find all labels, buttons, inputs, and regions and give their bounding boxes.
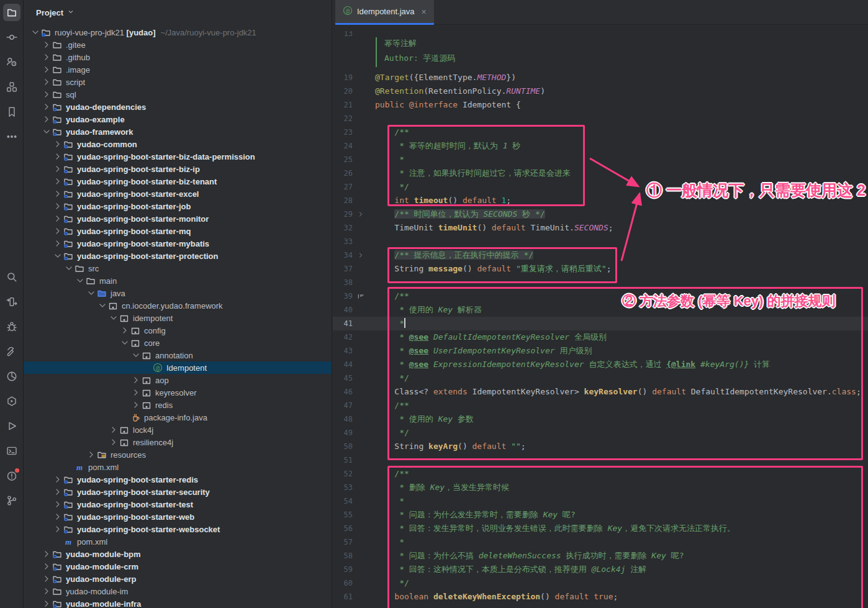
chevron-right-icon[interactable] [52,238,63,248]
code-line-text[interactable]: * 回答：发生异常时，说明业务发生错误，此时需要删除 Key，避免下次请求无法正… [368,522,868,535]
fold-arrow-icon[interactable] [354,248,368,262]
tree-item-yudao-dependencies[interactable]: yudao-dependencies [24,101,332,113]
code-line-51[interactable]: 51 [333,453,868,467]
chevron-right-icon[interactable] [52,176,63,186]
line-number[interactable]: 50 [333,440,354,453]
chevron-down-icon[interactable] [86,288,96,298]
chevron-right-icon[interactable] [52,214,63,224]
line-number[interactable]: 58 [333,549,354,563]
line-number[interactable]: 29 [333,207,354,221]
terminal-icon[interactable] [3,442,20,460]
code-line-42[interactable]: 42 * @see DefaultIdempotentKeyResolver 全… [333,330,868,344]
code-line-24[interactable]: 24 * 幂等的超时时间，默认为 1 秒 [333,139,868,153]
chevron-right-icon[interactable] [119,325,130,335]
chevron-down-icon[interactable] [119,338,130,348]
tree-item-keyresolver[interactable]: keyresolver [24,386,332,399]
tree-item-ruoyi-vue-pro-jdk21[interactable]: ruoyi-vue-pro-jdk21 [yudao]~/Java/ruoyi-… [24,26,332,39]
code-line-49[interactable]: 49 */ [333,426,868,440]
tree-item-src[interactable]: src [24,262,332,275]
chevron-right-icon[interactable] [52,201,63,211]
line-number[interactable]: 39 [333,289,354,303]
git-branch-icon[interactable] [3,492,20,509]
line-number[interactable]: 59 [333,563,354,576]
tree-item-resources[interactable]: resources [24,448,332,461]
line-number[interactable]: 46 [333,385,354,399]
tab-idempotent-java[interactable]: @ Idempotent.java × [335,0,434,25]
chevron-right-icon[interactable] [108,425,119,435]
code-line-text[interactable]: int timeout() default 1; [368,194,868,207]
tree-item-pom-xml[interactable]: mpom.xml [24,535,332,548]
chevron-down-icon[interactable] [41,127,52,137]
code-line-text[interactable]: /** [368,467,868,481]
line-number[interactable]: 21 [333,98,354,112]
line-number[interactable]: 57 [333,535,354,549]
code-line-text[interactable]: public @interface Idempotent { [368,98,868,112]
tree-item-config[interactable]: config [24,324,332,337]
code-line-text[interactable]: Class<? extends IdempotentKeyResolver> k… [368,385,868,399]
code-line-text[interactable]: * 使用的 Key 参数 [368,412,868,426]
line-number[interactable]: 51 [333,453,354,467]
code-line-text[interactable]: /** [368,289,868,303]
code-line-text[interactable]: TimeUnit timeUnit() default TimeUnit.SEC… [368,221,868,235]
chevron-right-icon[interactable] [52,139,63,149]
tree-item-yudao-spring-boot-starter-mq[interactable]: yudao-spring-boot-starter-mq [24,225,332,237]
code-line-21[interactable]: 21public @interface Idempotent { [333,98,868,112]
tree-item--gitee[interactable]: .gitee [24,39,332,51]
chevron-right-icon[interactable] [52,499,63,509]
tree-item-resilience4j[interactable]: resilience4j [24,436,332,448]
bookmarks-icon[interactable] [3,103,20,120]
tree-item-yudao-spring-boot-starter-security[interactable]: yudao-spring-boot-starter-security [24,486,332,498]
code-line-text[interactable]: * @see DefaultIdempotentKeyResolver 全局级别 [368,330,868,344]
chevron-right-icon[interactable] [52,524,63,534]
project-tool-window-header[interactable]: Project [24,0,332,25]
chevron-down-icon[interactable] [75,276,85,286]
tree-item-yudao-example[interactable]: yudao-example [24,113,332,125]
line-number[interactable]: 54 [333,494,354,508]
code-line-25[interactable]: 25 * [333,153,868,166]
code-line-text[interactable]: * @see UserIdempotentKeyResolver 用户级别 [368,344,868,358]
code-line-text[interactable]: String keyArg() default ""; [368,440,868,453]
tree-item-java[interactable]: java [24,287,332,299]
chevron-right-icon[interactable] [41,77,52,87]
code-line-text[interactable]: * 注意，如果执行时间超过它，请求还是会进来 [368,166,868,180]
code-line-text[interactable]: /** 时间单位，默认为 SECONDS 秒 */ [368,207,868,221]
code-line-48[interactable]: 48 * 使用的 Key 参数 [333,412,868,426]
chevron-right-icon[interactable] [41,114,52,124]
chevron-right-icon[interactable] [41,549,52,559]
code-line-52[interactable]: 52 /** [333,467,868,481]
tree-item-yudao-module-erp[interactable]: yudao-module-erp [24,573,332,585]
folded-comment[interactable]: /** 提示信息，正在执行中的提示 */ [394,250,533,260]
chevron-right-icon[interactable] [41,586,52,596]
tree-item-yudao-spring-boot-starter-job[interactable]: yudao-spring-boot-starter-job [24,200,332,212]
chevron-down-icon[interactable] [30,27,40,37]
tree-item-yudao-spring-boot-starter-protection[interactable]: yudao-spring-boot-starter-protection [24,250,332,262]
code-line-32[interactable]: 32 TimeUnit timeUnit() default TimeUnit.… [333,221,868,235]
tree-item-yudao-module-im[interactable]: yudao-module-im [24,585,332,597]
chevron-right-icon[interactable] [41,102,52,112]
tab-close-icon[interactable]: × [422,7,427,17]
tree-item-yudao-spring-boot-starter-monitor[interactable]: yudao-spring-boot-starter-monitor [24,212,332,225]
code-line-46[interactable]: 46 Class<? extends IdempotentKeyResolver… [333,385,868,399]
search-icon[interactable] [3,268,20,286]
tree-item-idempotent[interactable]: @Idempotent [24,361,332,374]
line-number[interactable]: 27 [333,180,354,194]
chevron-right-icon[interactable] [41,65,52,75]
line-number[interactable]: 38 [333,276,354,289]
code-line-50[interactable]: 50 String keyArg() default ""; [333,440,868,453]
chevron-right-icon[interactable] [52,512,63,522]
code-line-text[interactable]: */ [368,371,868,385]
line-number[interactable]: 26 [333,166,354,180]
chevron-right-icon[interactable] [41,40,52,50]
tree-item-yudao-spring-boot-starter-biz-data-permission[interactable]: yudao-spring-boot-starter-biz-data-permi… [24,150,332,163]
tree-item-script[interactable]: script [24,76,332,88]
line-number[interactable]: 43 [333,344,354,358]
line-number[interactable]: 40 [333,303,354,317]
tree-item-aop[interactable]: aop [24,374,332,386]
code-line-39[interactable]: 39 /** [333,289,868,303]
line-number[interactable]: 44 [333,358,354,371]
tree-item-package-info-java[interactable]: package-info.java [24,411,332,424]
chevron-right-icon[interactable] [41,52,52,62]
code-line-26[interactable]: 26 * 注意，如果执行时间超过它，请求还是会进来 [333,166,868,180]
code-line-27[interactable]: 27 */ [333,180,868,194]
code-line-44[interactable]: 44 * @see ExpressionIdempotentKeyResolve… [333,358,868,371]
